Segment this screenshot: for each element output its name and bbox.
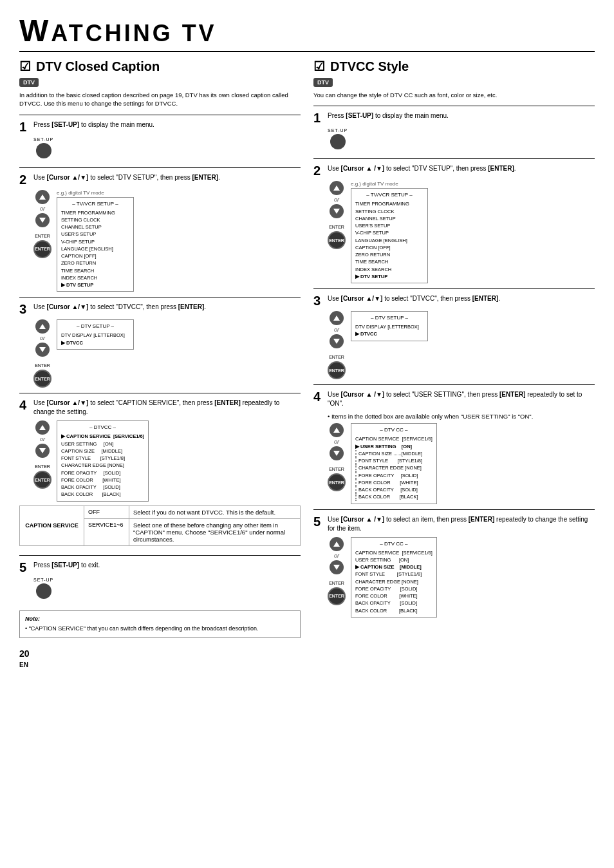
off-cell: OFF [84, 505, 129, 518]
right-step5-buttons: or ENTER ENTER [328, 537, 346, 605]
left-step3-buttons: or ENTER ENTER [33, 319, 51, 388]
enter-button-left2[interactable]: ENTER [33, 240, 51, 258]
caption-service-label: CAPTION SERVICE [20, 505, 84, 545]
right-step2-number: 2 [313, 164, 324, 177]
enter-button-left4[interactable]: ENTER [33, 471, 51, 489]
right-step5-number: 5 [313, 515, 324, 528]
setup-label-left5: SET-UP [33, 578, 53, 582]
setup-button-left5[interactable] [36, 583, 51, 599]
menu-left2: – TV/VCR SETUP – TIMER PROGRAMMING SETTI… [57, 197, 134, 292]
left-step4-buttons: or ENTER ENTER [33, 420, 51, 489]
eg-label-right2: e.g.) digital TV mode [351, 181, 428, 187]
left-step3-text: Use [Cursor ▲/▼] to select "DTVCC", then… [33, 303, 206, 312]
right-step3-text: Use [Cursor ▲/▼] to select "DTVCC", then… [328, 294, 500, 303]
right-step4-note: • Items in the dotted box are available … [328, 412, 595, 420]
right-step4-text: Use [Cursor ▲ /▼] to select "USER SETTIN… [328, 390, 595, 408]
check-icon-right: ☑ [313, 59, 325, 74]
left-section-title: ☑ DTV Closed Caption [19, 59, 301, 74]
cursor-up-right5[interactable] [330, 537, 344, 551]
cursor-up-right3[interactable] [330, 311, 344, 325]
cursor-down-left2[interactable] [35, 213, 50, 227]
left-step1: 1 Press [SET-UP] to display the main men… [19, 115, 301, 165]
left-step5-number: 5 [19, 561, 30, 574]
right-column: ☑ DTVCC Style DTV You can change the sty… [313, 59, 595, 638]
right-step2-buttons: or ENTER ENTER [328, 181, 346, 249]
setup-label-left1: SET-UP [33, 137, 53, 142]
enter-button-right2[interactable]: ENTER [328, 231, 346, 249]
right-step4-number: 4 [313, 390, 324, 403]
cursor-up-right4[interactable] [330, 423, 344, 437]
enter-button-right5[interactable]: ENTER [328, 587, 346, 605]
left-step2-number: 2 [19, 173, 30, 186]
right-section-title: ☑ DTVCC Style [313, 59, 595, 74]
service-cell: SERVICE1~6 [84, 518, 129, 545]
cursor-up-left2[interactable] [35, 190, 50, 204]
cursor-up-left4[interactable] [35, 420, 50, 435]
left-step4: 4 Use [Cursor ▲/▼] to select "CAPTION SE… [19, 393, 301, 552]
left-step1-text: Press [SET-UP] to display the main menu. [33, 120, 154, 129]
w-letter: W [19, 14, 51, 48]
left-step5: 5 Press [SET-UP] to exit. SET-UP [19, 555, 301, 605]
left-step2-buttons: or ENTER ENTER [33, 190, 51, 258]
left-step2: 2 Use [Cursor ▲/▼] to select "DTV SETUP"… [19, 167, 301, 295]
left-step4-text: Use [Cursor ▲/▼] to select "CAPTION SERV… [33, 399, 301, 417]
cursor-up-right2[interactable] [330, 181, 344, 195]
enter-button-right3[interactable]: ENTER [328, 361, 346, 379]
right-desc: You can change the style of DTV CC such … [313, 91, 595, 99]
cursor-down-left4[interactable] [35, 444, 50, 458]
eg-label-left2: e.g.) digital TV mode [57, 190, 134, 196]
left-note: Note: • "CAPTION SERVICE" that you can s… [19, 610, 301, 638]
left-step4-number: 4 [19, 399, 30, 411]
menu-right4: – DTV CC – CAPTION SERVICE [SERVICE1/6] … [351, 423, 437, 504]
enter-button-left3[interactable]: ENTER [33, 370, 51, 388]
note-title-left: Note: [25, 615, 295, 624]
setup-button-left1[interactable] [36, 143, 51, 158]
right-step2: 2 Use [Cursor ▲ /▼] to select "DTV SETUP… [313, 158, 595, 286]
setup-button-right1[interactable] [330, 134, 346, 149]
cursor-down-right2[interactable] [330, 204, 344, 218]
right-step3-number: 3 [313, 294, 324, 307]
setup-label-right1: SET-UP [328, 128, 348, 133]
right-step3-buttons: or ENTER ENTER [328, 311, 346, 379]
dtv-badge-left: DTV [19, 78, 39, 87]
check-icon-left: ☑ [19, 59, 31, 74]
left-step3-number: 3 [19, 303, 30, 316]
cursor-down-right3[interactable] [330, 334, 344, 348]
dtv-badge-right: DTV [313, 78, 333, 87]
left-desc: In addition to the basic closed caption … [19, 91, 301, 108]
right-step1-number: 1 [313, 111, 324, 124]
menu-right5: – DTV CC – CAPTION SERVICE [SERVICE1/6] … [351, 537, 437, 618]
right-step5-text: Use [Cursor ▲ /▼] to select an item, the… [328, 515, 595, 533]
right-step3: 3 Use [Cursor ▲/▼] to select "DTVCC", th… [313, 288, 595, 382]
menu-right2: – TV/VCR SETUP – TIMER PROGRAMMING SETTI… [351, 188, 428, 283]
page-number: 20 EN [19, 648, 595, 669]
right-step1: 1 Press [SET-UP] to display the main men… [313, 106, 595, 156]
right-step2-text: Use [Cursor ▲ /▼] to select "DTV SETUP",… [328, 164, 516, 173]
page-title: WATCHING TV [19, 13, 595, 52]
menu-left4: – DTVCC – ▶ CAPTION SERVICE [SERVICE1/6]… [57, 420, 149, 501]
cursor-up-left3[interactable] [35, 319, 50, 334]
right-step5: 5 Use [Cursor ▲ /▼] to select an item, t… [313, 509, 595, 620]
enter-button-right4[interactable]: ENTER [328, 473, 346, 491]
service-desc: Select one of these before changing any … [129, 518, 301, 545]
left-step1-number: 1 [19, 120, 30, 133]
right-step1-text: Press [SET-UP] to display the main menu. [328, 111, 449, 120]
left-step2-text: Use [Cursor ▲/▼] to select "DTV SETUP", … [33, 173, 220, 182]
menu-left3: – DTV SETUP – DTV DISPLAY [LETTERBOX] ▶ … [57, 319, 134, 350]
cursor-down-right4[interactable] [330, 446, 344, 460]
left-step5-text: Press [SET-UP] to exit. [33, 561, 100, 570]
right-step4: 4 Use [Cursor ▲ /▼] to select "USER SETT… [313, 384, 595, 507]
off-desc: Select if you do not want DTVCC. This is… [129, 505, 301, 518]
cursor-down-left3[interactable] [35, 343, 50, 357]
caption-service-table: CAPTION SERVICE OFF Select if you do not… [19, 505, 301, 546]
cursor-down-right5[interactable] [330, 560, 344, 574]
left-step3: 3 Use [Cursor ▲/▼] to select "DTVCC", th… [19, 297, 301, 390]
note-text-left: • "CAPTION SERVICE" that you can switch … [25, 625, 295, 634]
right-step4-buttons: or ENTER ENTER [328, 423, 346, 491]
left-column: ☑ DTV Closed Caption DTV In addition to … [19, 59, 301, 638]
menu-right3: – DTV SETUP – DTV DISPLAY [LETTERBOX] ▶ … [351, 311, 428, 341]
